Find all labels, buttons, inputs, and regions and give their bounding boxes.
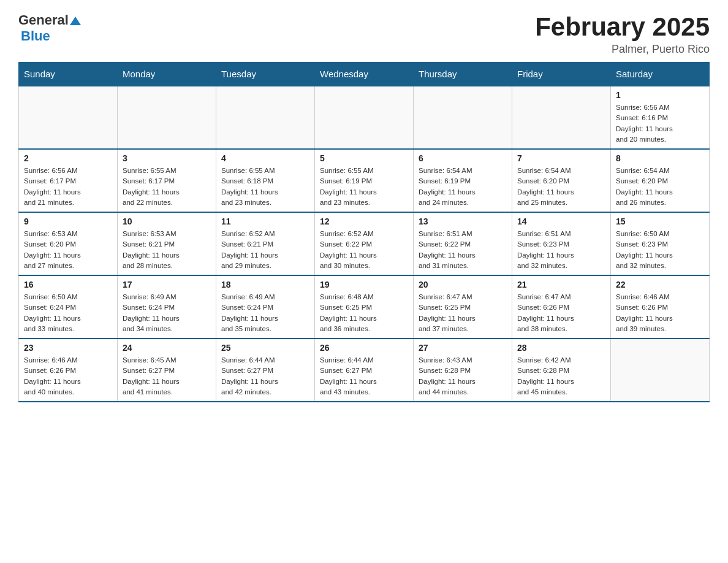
calendar-cell: 24Sunrise: 6:45 AM Sunset: 6:27 PM Dayli… <box>118 339 216 402</box>
day-number: 23 <box>24 343 112 353</box>
calendar-cell: 16Sunrise: 6:50 AM Sunset: 6:24 PM Dayli… <box>19 275 118 339</box>
day-info: Sunrise: 6:54 AM Sunset: 6:20 PM Dayligh… <box>517 166 605 208</box>
calendar-week-row: 16Sunrise: 6:50 AM Sunset: 6:24 PM Dayli… <box>19 275 710 339</box>
day-number: 25 <box>221 343 309 353</box>
day-info: Sunrise: 6:44 AM Sunset: 6:27 PM Dayligh… <box>221 355 309 397</box>
calendar-cell: 9Sunrise: 6:53 AM Sunset: 6:20 PM Daylig… <box>19 212 118 275</box>
day-number: 20 <box>419 280 507 289</box>
day-number: 3 <box>123 153 211 163</box>
calendar-week-row: 1Sunrise: 6:56 AM Sunset: 6:16 PM Daylig… <box>19 86 710 149</box>
calendar-week-row: 23Sunrise: 6:46 AM Sunset: 6:26 PM Dayli… <box>19 339 710 402</box>
calendar-cell <box>611 339 710 402</box>
day-info: Sunrise: 6:54 AM Sunset: 6:20 PM Dayligh… <box>616 166 704 208</box>
day-info: Sunrise: 6:51 AM Sunset: 6:22 PM Dayligh… <box>419 229 507 271</box>
day-info: Sunrise: 6:42 AM Sunset: 6:28 PM Dayligh… <box>517 355 605 397</box>
day-info: Sunrise: 6:49 AM Sunset: 6:24 PM Dayligh… <box>123 292 211 334</box>
day-info: Sunrise: 6:56 AM Sunset: 6:16 PM Dayligh… <box>616 102 704 145</box>
day-number: 24 <box>123 343 211 353</box>
day-info: Sunrise: 6:50 AM Sunset: 6:23 PM Dayligh… <box>616 229 704 271</box>
day-info: Sunrise: 6:56 AM Sunset: 6:17 PM Dayligh… <box>24 166 112 208</box>
day-of-week-header: Monday <box>118 63 216 86</box>
calendar-cell: 14Sunrise: 6:51 AM Sunset: 6:23 PM Dayli… <box>512 212 611 275</box>
day-number: 13 <box>419 216 507 226</box>
day-number: 8 <box>616 153 704 163</box>
day-info: Sunrise: 6:46 AM Sunset: 6:26 PM Dayligh… <box>24 355 112 397</box>
calendar-week-row: 9Sunrise: 6:53 AM Sunset: 6:20 PM Daylig… <box>19 212 710 275</box>
day-info: Sunrise: 6:55 AM Sunset: 6:19 PM Dayligh… <box>320 166 408 208</box>
day-of-week-header: Saturday <box>611 63 710 86</box>
location-text: Palmer, Puerto Rico <box>535 43 710 56</box>
calendar-table: SundayMondayTuesdayWednesdayThursdayFrid… <box>18 62 710 402</box>
day-number: 21 <box>517 280 605 289</box>
calendar-cell: 12Sunrise: 6:52 AM Sunset: 6:22 PM Dayli… <box>315 212 414 275</box>
day-info: Sunrise: 6:52 AM Sunset: 6:22 PM Dayligh… <box>320 229 408 271</box>
day-of-week-header: Tuesday <box>216 63 315 86</box>
day-info: Sunrise: 6:55 AM Sunset: 6:17 PM Dayligh… <box>123 166 211 208</box>
day-info: Sunrise: 6:49 AM Sunset: 6:24 PM Dayligh… <box>221 292 309 334</box>
calendar-cell: 3Sunrise: 6:55 AM Sunset: 6:17 PM Daylig… <box>118 149 216 212</box>
day-of-week-header: Wednesday <box>315 63 414 86</box>
calendar-cell: 28Sunrise: 6:42 AM Sunset: 6:28 PM Dayli… <box>512 339 611 402</box>
calendar-cell <box>118 86 216 149</box>
day-info: Sunrise: 6:43 AM Sunset: 6:28 PM Dayligh… <box>419 355 507 397</box>
calendar-cell: 8Sunrise: 6:54 AM Sunset: 6:20 PM Daylig… <box>611 149 710 212</box>
day-number: 6 <box>419 153 507 163</box>
day-info: Sunrise: 6:46 AM Sunset: 6:26 PM Dayligh… <box>616 292 704 334</box>
calendar-cell: 25Sunrise: 6:44 AM Sunset: 6:27 PM Dayli… <box>216 339 315 402</box>
day-number: 22 <box>616 280 704 289</box>
day-number: 5 <box>320 153 408 163</box>
day-info: Sunrise: 6:50 AM Sunset: 6:24 PM Dayligh… <box>24 292 112 334</box>
calendar-cell <box>315 86 414 149</box>
day-info: Sunrise: 6:44 AM Sunset: 6:27 PM Dayligh… <box>320 355 408 397</box>
day-of-week-header: Friday <box>512 63 611 86</box>
day-number: 19 <box>320 280 408 289</box>
svg-marker-0 <box>70 17 81 25</box>
calendar-cell: 27Sunrise: 6:43 AM Sunset: 6:28 PM Dayli… <box>414 339 512 402</box>
calendar-cell: 11Sunrise: 6:52 AM Sunset: 6:21 PM Dayli… <box>216 212 315 275</box>
calendar-cell: 2Sunrise: 6:56 AM Sunset: 6:17 PM Daylig… <box>19 149 118 212</box>
day-number: 16 <box>24 280 112 289</box>
calendar-cell: 1Sunrise: 6:56 AM Sunset: 6:16 PM Daylig… <box>611 86 710 149</box>
day-number: 2 <box>24 153 112 163</box>
calendar-cell: 4Sunrise: 6:55 AM Sunset: 6:18 PM Daylig… <box>216 149 315 212</box>
day-info: Sunrise: 6:54 AM Sunset: 6:19 PM Dayligh… <box>419 166 507 208</box>
calendar-cell <box>414 86 512 149</box>
calendar-week-row: 2Sunrise: 6:56 AM Sunset: 6:17 PM Daylig… <box>19 149 710 212</box>
day-number: 28 <box>517 343 605 353</box>
day-number: 15 <box>616 216 704 226</box>
calendar-cell: 15Sunrise: 6:50 AM Sunset: 6:23 PM Dayli… <box>611 212 710 275</box>
page-header: General Blue February 2025 Palmer, Puert… <box>18 12 710 56</box>
day-number: 18 <box>221 280 309 289</box>
calendar-cell <box>216 86 315 149</box>
day-of-week-header: Thursday <box>414 63 512 86</box>
day-info: Sunrise: 6:53 AM Sunset: 6:20 PM Dayligh… <box>24 229 112 271</box>
day-info: Sunrise: 6:53 AM Sunset: 6:21 PM Dayligh… <box>123 229 211 271</box>
calendar-cell: 19Sunrise: 6:48 AM Sunset: 6:25 PM Dayli… <box>315 275 414 339</box>
day-info: Sunrise: 6:52 AM Sunset: 6:21 PM Dayligh… <box>221 229 309 271</box>
calendar-cell: 26Sunrise: 6:44 AM Sunset: 6:27 PM Dayli… <box>315 339 414 402</box>
calendar-cell: 21Sunrise: 6:47 AM Sunset: 6:26 PM Dayli… <box>512 275 611 339</box>
day-number: 11 <box>221 216 309 226</box>
logo-general-text: General <box>18 12 69 28</box>
day-info: Sunrise: 6:48 AM Sunset: 6:25 PM Dayligh… <box>320 292 408 334</box>
title-section: February 2025 Palmer, Puerto Rico <box>535 12 710 56</box>
day-number: 26 <box>320 343 408 353</box>
calendar-cell: 7Sunrise: 6:54 AM Sunset: 6:20 PM Daylig… <box>512 149 611 212</box>
calendar-cell: 22Sunrise: 6:46 AM Sunset: 6:26 PM Dayli… <box>611 275 710 339</box>
calendar-cell: 17Sunrise: 6:49 AM Sunset: 6:24 PM Dayli… <box>118 275 216 339</box>
logo-icon <box>70 15 81 26</box>
calendar-cell: 6Sunrise: 6:54 AM Sunset: 6:19 PM Daylig… <box>414 149 512 212</box>
calendar-cell <box>512 86 611 149</box>
day-number: 12 <box>320 216 408 226</box>
day-number: 17 <box>123 280 211 289</box>
calendar-header-row: SundayMondayTuesdayWednesdayThursdayFrid… <box>19 63 710 86</box>
day-number: 7 <box>517 153 605 163</box>
logo-blue-text: Blue <box>21 28 50 44</box>
day-info: Sunrise: 6:51 AM Sunset: 6:23 PM Dayligh… <box>517 229 605 271</box>
day-info: Sunrise: 6:45 AM Sunset: 6:27 PM Dayligh… <box>123 355 211 397</box>
calendar-cell: 5Sunrise: 6:55 AM Sunset: 6:19 PM Daylig… <box>315 149 414 212</box>
day-number: 9 <box>24 216 112 226</box>
day-number: 10 <box>123 216 211 226</box>
day-info: Sunrise: 6:47 AM Sunset: 6:26 PM Dayligh… <box>517 292 605 334</box>
calendar-cell: 23Sunrise: 6:46 AM Sunset: 6:26 PM Dayli… <box>19 339 118 402</box>
